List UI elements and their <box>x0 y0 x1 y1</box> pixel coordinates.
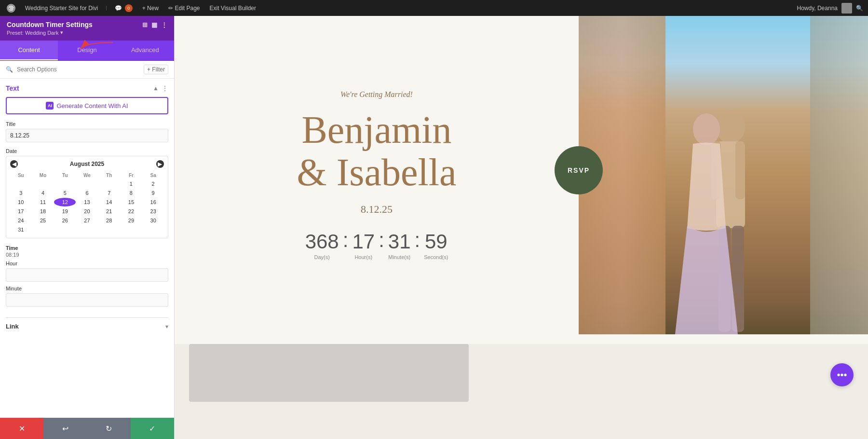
content-area: We're Getting Married! Benjamin & Isabel… <box>175 16 868 439</box>
cancel-button[interactable]: ✕ <box>0 418 43 439</box>
bottom-section: ••• <box>175 344 868 439</box>
countdown-minutes: 31 <box>388 230 411 253</box>
responsive-icon[interactable]: ⊞ <box>142 21 148 28</box>
cal-day-16[interactable]: 16 <box>142 198 164 206</box>
filter-button[interactable]: + Filter <box>144 65 168 74</box>
cal-day-18[interactable]: 18 <box>32 207 54 216</box>
edit-page-button[interactable]: ✏ Edit Page <box>166 4 202 13</box>
cal-header-th: Th <box>98 172 120 179</box>
preset-label: Preset: Wedding Dark <box>7 30 58 36</box>
cal-day-14[interactable]: 14 <box>98 198 120 206</box>
cal-day-27[interactable]: 27 <box>76 216 98 225</box>
cal-header-sa: Sa <box>142 172 164 179</box>
wp-logo-icon[interactable] <box>5 3 17 14</box>
panel-title-icons: ⊞ ▦ ⋮ <box>142 21 167 28</box>
ai-generate-button[interactable]: AI Generate Content With AI <box>6 97 168 114</box>
new-button[interactable]: + New <box>140 4 161 13</box>
cal-day-2[interactable]: 2 <box>142 179 164 188</box>
cal-day-9[interactable]: 9 <box>142 189 164 197</box>
calendar: ◀ August 2025 ▶ Su Mo Tu We Th Fr Sa <box>6 156 168 238</box>
tab-advanced[interactable]: Advanced <box>116 41 174 60</box>
search-input[interactable] <box>17 66 140 73</box>
link-expand-icon[interactable]: ▾ <box>165 323 168 330</box>
countdown-seconds-label: Second(s) <box>424 254 448 260</box>
wedding-right <box>579 16 868 334</box>
title-input[interactable] <box>6 129 168 142</box>
hour-input[interactable] <box>6 268 168 282</box>
confirm-button[interactable]: ✓ <box>131 418 174 439</box>
fab-icon: ••• <box>837 370 847 381</box>
cal-day-11[interactable]: 11 <box>32 198 54 206</box>
cal-day-3[interactable]: 3 <box>10 189 32 197</box>
cal-day-5[interactable]: 5 <box>54 189 76 197</box>
minute-label: Minute <box>6 286 168 291</box>
wedding-section: We're Getting Married! Benjamin & Isabel… <box>175 16 868 334</box>
cal-header-mo: Mo <box>32 172 54 179</box>
cal-day-28[interactable]: 28 <box>98 216 120 225</box>
collapse-icon[interactable]: ▲ <box>153 85 159 92</box>
search-bar: 🔍 + Filter <box>0 61 174 79</box>
more-icon[interactable]: ⋮ <box>161 21 167 28</box>
cal-day-8[interactable]: 8 <box>121 189 142 197</box>
cal-day-15[interactable]: 15 <box>121 198 142 206</box>
cal-day-29[interactable]: 29 <box>121 216 142 225</box>
minute-input[interactable] <box>6 293 168 307</box>
cal-day-4[interactable]: 4 <box>32 189 54 197</box>
cal-header-fr: Fr <box>121 172 142 179</box>
cal-day-25[interactable]: 25 <box>32 216 54 225</box>
section-menu-icon[interactable]: ⋮ <box>162 84 168 92</box>
panel-preset[interactable]: Preset: Wedding Dark ▾ <box>7 29 167 36</box>
admin-bar: Wedding Starter Site for Divi | 💬 0 + Ne… <box>0 0 868 16</box>
cal-day-31[interactable]: 31 <box>10 225 32 234</box>
cal-day-1[interactable]: 1 <box>121 179 142 188</box>
countdown-sep3: : <box>411 230 424 250</box>
countdown-seconds-unit: 59 Second(s) <box>424 230 448 260</box>
wedding-subtitle: We're Getting Married! <box>340 90 413 99</box>
search-icon[interactable]: 🔍 <box>856 5 863 12</box>
tab-content[interactable]: Content <box>0 41 58 60</box>
cal-day-empty3 <box>54 179 76 188</box>
cal-day-empty2 <box>32 179 54 188</box>
grid-icon[interactable]: ▦ <box>151 21 157 28</box>
cal-day-19[interactable]: 19 <box>54 207 76 216</box>
cal-day-10[interactable]: 10 <box>10 198 32 206</box>
countdown-minutes-unit: 31 Minute(s) <box>388 230 411 260</box>
cal-day-21[interactable]: 21 <box>98 207 120 216</box>
undo-button[interactable]: ↩ <box>43 418 87 439</box>
panel-header: Countdown Timer Settings ⊞ ▦ ⋮ Preset: W… <box>0 16 174 41</box>
cal-day-23[interactable]: 23 <box>142 207 164 216</box>
arrow-indicator <box>77 38 116 59</box>
comments-link[interactable]: 💬 0 <box>113 3 135 13</box>
site-name[interactable]: Wedding Starter Site for Divi <box>23 4 100 13</box>
cal-day-7[interactable]: 7 <box>98 189 120 197</box>
redo-button[interactable]: ↻ <box>87 418 131 439</box>
cal-day-12[interactable]: 12 <box>54 198 76 206</box>
cal-day-24[interactable]: 24 <box>10 216 32 225</box>
countdown-display: 368 Day(s) : 17 Hour(s) : 31 Minute(s) : <box>305 230 448 260</box>
cal-day-6[interactable]: 6 <box>76 189 98 197</box>
link-label: Link <box>6 323 19 330</box>
countdown-days: 368 <box>305 230 339 253</box>
cal-day-20[interactable]: 20 <box>76 207 98 216</box>
cal-day-13[interactable]: 13 <box>76 198 98 206</box>
countdown-days-label: Day(s) <box>314 254 330 260</box>
cal-day-26[interactable]: 26 <box>54 216 76 225</box>
exit-vb-button[interactable]: Exit Visual Builder <box>208 4 258 13</box>
rsvp-button[interactable]: RSVP <box>555 146 603 194</box>
date-field-label: Date <box>6 148 168 154</box>
avatar <box>841 3 852 14</box>
divider1: | <box>106 5 107 11</box>
countdown-hours-unit: 17 Hour(s) <box>352 230 375 260</box>
ai-button-label: Generate Content With AI <box>56 102 128 110</box>
wedding-name-line2: & Isabella <box>297 151 457 193</box>
cal-day-17[interactable]: 17 <box>10 207 32 216</box>
cal-day-empty4 <box>76 179 98 188</box>
redo-icon: ↻ <box>106 424 112 433</box>
left-panel: Countdown Timer Settings ⊞ ▦ ⋮ Preset: W… <box>0 16 175 439</box>
cal-day-30[interactable]: 30 <box>142 216 164 225</box>
cal-day-22[interactable]: 22 <box>121 207 142 216</box>
floating-action-button[interactable]: ••• <box>830 363 854 386</box>
cal-prev-button[interactable]: ◀ <box>10 160 18 168</box>
content-placeholder <box>189 344 469 402</box>
cal-next-button[interactable]: ▶ <box>156 160 164 168</box>
